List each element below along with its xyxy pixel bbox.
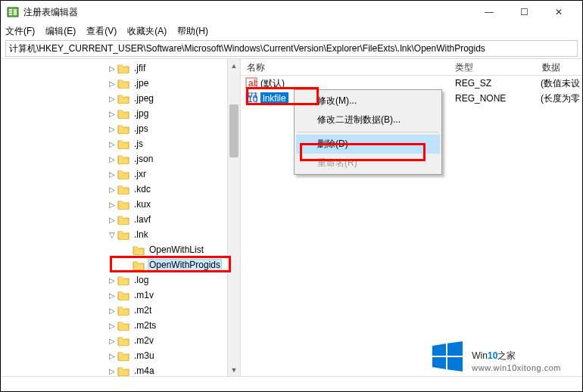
minimize-button[interactable]: — <box>472 1 507 23</box>
tree-node-label: .m2v <box>132 334 155 347</box>
folder-icon <box>117 335 129 346</box>
tree-node[interactable]: ▷.m1v <box>1 288 240 303</box>
tree-node[interactable]: ▷.log <box>1 272 240 288</box>
watermark-url: www.win10xitong.com <box>472 363 561 372</box>
tree-node-label: .js <box>132 138 145 150</box>
tree-node[interactable]: ▷.lavf <box>1 212 240 227</box>
menu-view[interactable]: 查看(V) <box>86 25 117 38</box>
tree-node[interactable]: ▷.kdc <box>1 182 240 197</box>
tree-node[interactable]: ▷.js <box>1 136 240 151</box>
svg-text:ab: ab <box>248 78 257 89</box>
tree-expand-icon[interactable]: ▷ <box>107 367 117 375</box>
tree-node[interactable]: ▷.m2ts <box>1 318 240 333</box>
maximize-button[interactable]: ☐ <box>507 1 541 23</box>
svg-marker-11 <box>447 341 463 356</box>
menu-help[interactable]: 帮助(H) <box>177 25 208 38</box>
folder-icon <box>117 199 129 210</box>
folder-icon <box>117 108 129 119</box>
tree-node[interactable]: ▷.jpg <box>1 106 240 121</box>
tree-expand-icon[interactable]: ▷ <box>107 352 117 360</box>
menu-file[interactable]: 文件(F) <box>5 25 35 38</box>
tree-node-label: .jpeg <box>132 92 155 104</box>
tree-node[interactable]: ▷.m3u <box>1 348 240 363</box>
tree-expand-icon[interactable]: ▷ <box>107 110 117 118</box>
value-data: (数值未设 <box>536 77 582 90</box>
list-header: 名称 类型 数据 <box>241 59 582 76</box>
header-name[interactable]: 名称 <box>241 59 449 75</box>
address-bar[interactable]: 计算机\HKEY_CURRENT_USER\Software\Microsoft… <box>5 40 578 57</box>
watermark: Win10之家 www.win10xitong.com <box>431 340 561 373</box>
tree-node[interactable]: OpenWithList <box>1 242 240 257</box>
scroll-thumb[interactable] <box>229 104 238 157</box>
value-type: REG_NONE <box>449 93 536 104</box>
tree-node[interactable]: ▷.m2t <box>1 303 240 318</box>
tree-node[interactable]: ▷.jpe <box>1 76 240 91</box>
folder-icon <box>117 184 129 194</box>
tree-expand-icon[interactable]: ▷ <box>107 79 117 88</box>
folder-icon <box>117 214 129 225</box>
scroll-up-icon[interactable]: ▲ <box>228 59 240 72</box>
menu-delete[interactable]: 删除(D) <box>296 135 440 154</box>
tree-node-label: .m4a <box>132 365 156 376</box>
tree-node-label: OpenWithProgids <box>148 259 222 271</box>
folder-icon <box>117 123 129 134</box>
tree-node-label: .m2t <box>132 304 153 316</box>
header-data[interactable]: 数据 <box>536 59 582 75</box>
tree-expand-icon[interactable]: ▷ <box>107 291 117 300</box>
tree-expand-icon[interactable]: ▷ <box>107 155 117 163</box>
tree-expand-icon[interactable]: ▷ <box>107 170 117 179</box>
menubar: 文件(F) 编辑(E) 查看(V) 收藏夹(A) 帮助(H) <box>1 23 582 39</box>
tree-expand-icon[interactable]: ▷ <box>107 276 117 285</box>
tree-expand-icon[interactable]: ▷ <box>107 64 117 73</box>
tree-expand-icon[interactable]: ▷ <box>107 216 117 224</box>
tree-pane[interactable]: ▷.jfif▷.jpe▷.jpeg▷.jpg▷.jps▷.js▷.json▷.j… <box>1 59 241 376</box>
folder-icon <box>132 260 145 270</box>
folder-icon <box>117 275 129 285</box>
tree-expand-icon[interactable]: ▷ <box>107 125 117 133</box>
tree-node[interactable]: ▷.json <box>1 151 240 166</box>
folder-icon <box>117 154 129 164</box>
menu-edit[interactable]: 编辑(E) <box>45 25 76 38</box>
menu-modify[interactable]: 修改(M)... <box>296 92 440 110</box>
tree-node-label: .jxr <box>132 168 148 180</box>
tree-node[interactable]: ▷.jxr <box>1 166 240 182</box>
tree-scrollbar[interactable]: ▲ ▼ <box>227 59 240 376</box>
header-type[interactable]: 类型 <box>449 59 536 75</box>
menu-separator <box>298 132 438 132</box>
tree-expand-icon[interactable]: ▷ <box>107 337 117 345</box>
scroll-down-icon[interactable]: ▼ <box>228 363 240 376</box>
tree-node[interactable]: ▷.jps <box>1 121 240 136</box>
menu-favorites[interactable]: 收藏夹(A) <box>127 25 167 38</box>
tree-node[interactable]: ▷.jpeg <box>1 91 240 106</box>
tree-node[interactable]: ▷.jfif <box>1 61 240 76</box>
tree-expand-icon[interactable]: ▷ <box>107 322 117 330</box>
tree-node[interactable]: ▷.m4a <box>1 363 240 376</box>
tree-expand-icon[interactable]: ▷ <box>107 201 117 209</box>
tree-expand-icon[interactable]: ▷ <box>107 306 117 315</box>
tree-node-label: .lnk <box>132 229 150 241</box>
windows-logo-icon <box>431 340 464 373</box>
tree-expand-icon[interactable]: ▷ <box>107 185 117 194</box>
folder-icon <box>132 244 145 255</box>
close-button[interactable]: ✕ <box>541 1 576 23</box>
tree-node-label: .log <box>132 274 150 286</box>
folder-icon <box>117 169 129 179</box>
svg-rect-1 <box>9 9 12 11</box>
app-icon <box>7 6 19 18</box>
value-type: REG_SZ <box>449 78 536 89</box>
tree-expand-icon[interactable]: ▷ <box>107 140 117 148</box>
value-name: (默认) <box>260 77 285 90</box>
value-type-icon: ab <box>245 77 257 89</box>
tree-node[interactable]: OpenWithProgids <box>1 257 240 272</box>
tree-node[interactable]: ▷.m2v <box>1 333 240 348</box>
tree-node[interactable]: ▷.kux <box>1 197 240 212</box>
svg-rect-3 <box>9 14 12 15</box>
tree-node-label: .m3u <box>132 350 156 362</box>
context-menu: 修改(M)... 修改二进制数据(B)... 删除(D) 重命名(R) <box>294 89 442 175</box>
tree-node[interactable]: ▽.lnk <box>1 227 240 242</box>
menu-modify-binary[interactable]: 修改二进制数据(B)... <box>296 110 440 129</box>
tree-expand-icon[interactable]: ▷ <box>107 95 117 103</box>
tree-expand-icon[interactable]: ▽ <box>107 231 117 239</box>
value-row[interactable]: ab(默认)REG_SZ(数值未设 <box>241 76 582 91</box>
tree-node-label: .json <box>132 153 154 165</box>
